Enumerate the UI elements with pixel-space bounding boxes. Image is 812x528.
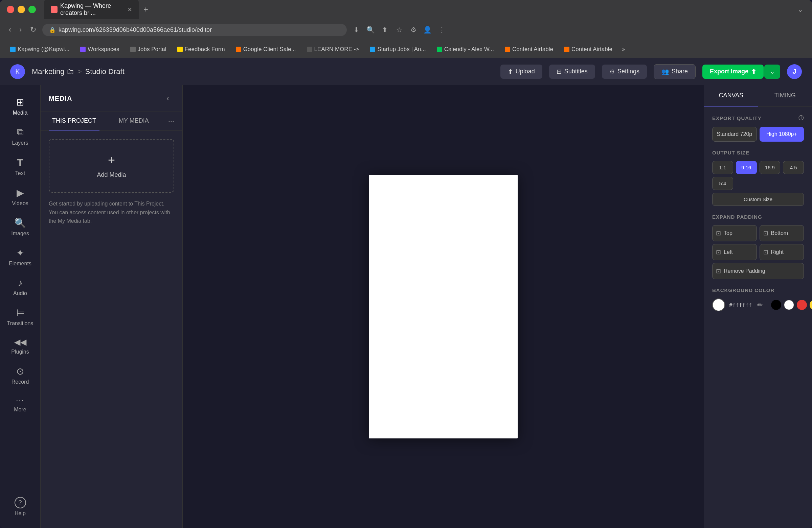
download-icon[interactable]: ⬇: [351, 24, 362, 35]
sidebar-item-transitions[interactable]: ⊨ Transitions: [3, 303, 37, 331]
share-button[interactable]: 👥 Share: [654, 64, 696, 79]
padding-right-button[interactable]: ⊡ Right: [759, 244, 804, 260]
quality-high-button[interactable]: High 1080p+: [759, 127, 804, 142]
padding-top-button[interactable]: ⊡ Top: [712, 225, 757, 241]
sidebar-transitions-label: Transitions: [7, 320, 33, 327]
size-4x5-button[interactable]: 4:5: [783, 161, 804, 174]
subtitles-button[interactable]: ⊟ Subtitles: [549, 64, 595, 79]
bookmark-feedback[interactable]: Feedback Form: [173, 44, 230, 55]
sidebar-item-plugins[interactable]: ◀◀ Plugins: [3, 333, 37, 360]
close-button[interactable]: [7, 6, 14, 13]
share-icon: 👥: [662, 68, 669, 75]
sidebar-item-elements[interactable]: ✦ Elements: [3, 243, 37, 271]
bookmark-jobs[interactable]: Jobs Portal: [126, 44, 171, 55]
size-1x1-button[interactable]: 1:1: [712, 161, 733, 174]
sidebar-item-help[interactable]: ? Help: [3, 492, 37, 521]
size-16x9-button[interactable]: 16:9: [759, 161, 781, 174]
bookmark-favicon: [307, 47, 312, 52]
size-9x16-button[interactable]: 9:16: [736, 161, 757, 174]
bookmark-label: Startup Jobs | An...: [377, 46, 426, 53]
bookmark-workspaces[interactable]: Workspaces: [75, 44, 124, 55]
sidebar-help-label: Help: [15, 510, 26, 516]
padding-bottom-icon: ⊡: [763, 229, 768, 237]
swatch-red[interactable]: [797, 300, 807, 310]
bookmarks-more-icon[interactable]: »: [619, 44, 628, 55]
swatch-black[interactable]: [771, 300, 781, 310]
maximize-button[interactable]: [28, 6, 36, 13]
window-menu-icon[interactable]: ⌄: [795, 3, 805, 16]
breadcrumb-parent[interactable]: Marketing 🗂: [32, 67, 74, 76]
swatch-white[interactable]: [784, 300, 794, 310]
bookmark-content1[interactable]: Content Airtable: [500, 44, 558, 55]
browser-toolbar: ‹ › ↻ 🔒 kapwing.com/626339d06b400d00a566…: [0, 19, 812, 41]
sidebar-item-media[interactable]: ⊞ Media: [3, 92, 37, 121]
elements-icon: ✦: [16, 247, 24, 259]
bookmark-learn[interactable]: LEARN MORE ->: [302, 44, 364, 55]
bookmark-kapwing[interactable]: Kapwing (@Kapwi...: [5, 44, 74, 55]
extensions-icon[interactable]: ⚙: [408, 24, 419, 35]
traffic-lights: [7, 6, 36, 13]
upload-button[interactable]: ⬆ Upload: [501, 64, 542, 79]
tab-close-icon[interactable]: ✕: [128, 6, 132, 13]
padding-bottom-button[interactable]: ⊡ Bottom: [759, 225, 804, 241]
sidebar-item-images[interactable]: 🔍 Images: [3, 213, 37, 241]
add-media-button[interactable]: + Add Media: [49, 139, 174, 193]
padding-top-icon: ⊡: [716, 229, 721, 237]
share-page-icon[interactable]: ⬆: [379, 24, 391, 35]
quality-standard-button[interactable]: Standard 720p: [712, 127, 757, 142]
back-button[interactable]: ‹: [7, 23, 13, 36]
sidebar-item-record[interactable]: ⊙ Record: [3, 361, 37, 390]
sidebar-layers-label: Layers: [12, 140, 28, 146]
padding-bottom-label: Bottom: [771, 230, 788, 236]
canvas: [369, 175, 518, 438]
minimize-button[interactable]: [18, 6, 25, 13]
sidebar-item-videos[interactable]: ▶ Videos: [3, 183, 37, 211]
bookmark-content2[interactable]: Content Airtable: [559, 44, 617, 55]
sidebar-item-layers[interactable]: ⧉ Layers: [3, 122, 37, 151]
more-icon: ···: [16, 396, 24, 405]
address-bar[interactable]: 🔒 kapwing.com/626339d06b400d00a566ae61/s…: [42, 24, 347, 36]
new-tab-button[interactable]: +: [140, 3, 151, 16]
bookmark-google[interactable]: Google Client Sale...: [231, 44, 301, 55]
sidebar-item-text[interactable]: T Text: [3, 152, 37, 181]
tab-my-media[interactable]: MY MEDIA: [115, 112, 152, 131]
bookmark-startup[interactable]: Startup Jobs | An...: [365, 44, 430, 55]
tab-this-project[interactable]: THIS PROJECT: [49, 112, 100, 131]
remove-padding-button[interactable]: ⊡ Remove Padding: [712, 263, 804, 279]
bookmark-favicon: [505, 47, 510, 52]
reload-button[interactable]: ↻: [28, 23, 38, 36]
forward-button[interactable]: ›: [17, 23, 24, 36]
panel-collapse-button[interactable]: ‹: [161, 92, 174, 105]
panel-more-icon[interactable]: ···: [168, 117, 174, 126]
bookmarks-bar: Kapwing (@Kapwi... Workspaces Jobs Porta…: [0, 41, 812, 58]
custom-size-button[interactable]: Custom Size: [712, 193, 804, 206]
eyedropper-button[interactable]: ✏: [756, 300, 764, 310]
padding-left-label: Left: [724, 249, 733, 255]
export-chevron-button[interactable]: ⌄: [764, 64, 780, 79]
bookmark-icon[interactable]: ☆: [393, 24, 405, 35]
bookmark-calendly[interactable]: Calendly - Alex W...: [432, 44, 499, 55]
panel-content: + Add Media Get started by uploading con…: [41, 131, 183, 528]
export-button[interactable]: Export Image ⬆: [702, 64, 764, 79]
sidebar-item-more[interactable]: ··· More: [3, 391, 37, 418]
size-5x4-button[interactable]: 5:4: [712, 177, 733, 190]
tab-canvas[interactable]: CANVAS: [704, 85, 758, 106]
custom-size-label: Custom Size: [744, 196, 772, 202]
quality-help-icon[interactable]: ⓘ: [798, 115, 804, 121]
settings-button[interactable]: ⚙ Settings: [602, 64, 647, 79]
canvas-area: [183, 85, 704, 528]
padding-left-button[interactable]: ⊡ Left: [712, 244, 757, 260]
zoom-icon[interactable]: 🔍: [365, 24, 377, 35]
breadcrumb-current: Studio Draft: [85, 67, 125, 76]
active-tab[interactable]: Kapwing — Where creators bri... ✕: [44, 0, 139, 19]
profile-icon[interactable]: 👤: [422, 24, 433, 35]
swatch-yellow[interactable]: [810, 300, 812, 310]
color-preview[interactable]: [712, 299, 725, 311]
menu-icon[interactable]: ⋮: [436, 24, 448, 35]
app-logo: K: [10, 64, 25, 79]
output-size-label: OUTPUT SIZE: [712, 150, 750, 155]
user-avatar[interactable]: J: [787, 64, 802, 79]
export-group: Export Image ⬆ ⌄: [702, 64, 780, 79]
sidebar-item-audio[interactable]: ♪ Audio: [3, 273, 37, 301]
tab-timing[interactable]: TIMING: [758, 85, 812, 106]
